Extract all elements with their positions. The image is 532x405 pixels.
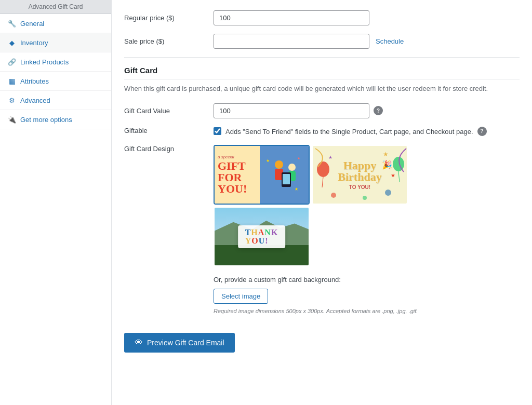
regular-price-label: Regular price ($)	[124, 14, 207, 22]
sidebar-item-inventory-label: Inventory	[20, 39, 48, 47]
svg-rect-5	[283, 174, 290, 184]
table-icon: ▦	[8, 77, 16, 85]
giftable-label: Giftable	[124, 127, 207, 134]
main-content: Regular price ($) Sale price ($) Schedul…	[112, 0, 532, 405]
link-icon: 🔗	[8, 58, 16, 66]
gift-card-value-input[interactable]	[214, 103, 369, 118]
sidebar-item-advanced-label: Advanced	[20, 97, 50, 104]
sidebar-item-get-more-options-label: Get more options	[20, 116, 72, 124]
giftable-row: Giftable Adds "Send To Friend" fields to…	[124, 127, 520, 137]
svg-point-16	[331, 193, 336, 198]
sale-price-row: Sale price ($) Schedule	[124, 34, 520, 49]
svg-point-0	[275, 160, 283, 169]
design-card-thank-you[interactable]: THANK YOU!	[214, 207, 310, 266]
gift-card-title: Gift Card	[124, 66, 520, 79]
gift-card-value-group: ?	[214, 103, 383, 118]
gift-card-value-row: Gift Card Value ?	[124, 103, 520, 118]
eye-icon: 👁	[135, 338, 143, 347]
giftable-help-icon[interactable]: ?	[477, 127, 487, 136]
select-image-button[interactable]: Select image	[214, 289, 268, 304]
svg-text:★: ★	[295, 187, 298, 192]
gift-card-design-row: Gift Card Design a special GIFTFORYOU!	[124, 145, 520, 314]
svg-point-2	[288, 164, 296, 171]
diamond-icon: ◆	[8, 38, 16, 47]
svg-text:★: ★	[383, 151, 389, 158]
design-grid: a special GIFTFORYOU!	[214, 145, 418, 266]
sale-price-input[interactable]	[214, 34, 369, 49]
preview-btn-label: Preview Gift Card Email	[147, 339, 224, 347]
sidebar-item-inventory[interactable]: ◆ Inventory	[0, 33, 111, 52]
sidebar-item-general-label: General	[20, 20, 44, 28]
sidebar-item-attributes[interactable]: ▦ Attributes	[0, 72, 111, 91]
gift-card-value-help-icon[interactable]: ?	[374, 106, 383, 115]
sidebar-item-general[interactable]: 🔧 General	[0, 14, 111, 33]
svg-line-12	[398, 171, 400, 182]
giftable-checkbox-group: Adds "Send To Friend" fields to the Sing…	[214, 127, 487, 137]
sidebar-item-get-more-options[interactable]: 🔌 Get more options	[0, 110, 111, 129]
regular-price-input[interactable]	[214, 10, 369, 25]
plugin-icon: 🔌	[8, 115, 16, 124]
design-card-gift-for-you[interactable]: a special GIFTFORYOU!	[214, 145, 310, 205]
gift-card-design-label: Gift Card Design	[124, 145, 207, 153]
sidebar-item-advanced[interactable]: ⚙ Advanced	[0, 91, 111, 110]
gift-card-section: Gift Card When this gift card is purchas…	[124, 66, 520, 353]
wrench-icon: 🔧	[8, 19, 16, 28]
custom-bg-label: Or, provide a custom gift card backgroun…	[214, 276, 418, 284]
sidebar-item-attributes-label: Attributes	[20, 77, 49, 85]
schedule-link[interactable]: Schedule	[376, 37, 404, 45]
giftable-checkbox-label: Adds "Send To Friend" fields to the Sing…	[225, 127, 473, 137]
regular-price-row: Regular price ($)	[124, 10, 520, 25]
gear-icon: ⚙	[8, 96, 16, 104]
giftable-checkbox[interactable]	[214, 127, 221, 135]
gift-card-value-label: Gift Card Value	[124, 107, 207, 115]
svg-text:★: ★	[266, 158, 270, 163]
svg-point-18	[363, 196, 367, 200]
sidebar-header: Advanced Gift Card	[0, 0, 111, 14]
svg-text:★: ★	[391, 172, 395, 178]
image-hint: Required image dimensions 500px x 300px.…	[214, 308, 418, 314]
svg-point-11	[393, 157, 404, 171]
sidebar: Advanced Gift Card 🔧 General ◆ Inventory…	[0, 0, 112, 405]
svg-point-17	[385, 190, 391, 196]
preview-gift-card-email-button[interactable]: 👁 Preview Gift Card Email	[124, 333, 235, 353]
sidebar-item-linked-products-label: Linked Products	[20, 58, 69, 66]
svg-text:★: ★	[297, 156, 300, 160]
svg-point-9	[317, 161, 329, 177]
gift-card-desc: When this gift card is purchased, a uniq…	[124, 84, 520, 94]
gift-card-design-grid-wrapper: a special GIFTFORYOU!	[214, 145, 418, 314]
svg-text:★: ★	[328, 155, 332, 160]
sidebar-item-linked-products[interactable]: 🔗 Linked Products	[0, 52, 111, 72]
design-card-happy-birthday[interactable]: ★ ★ ★	[312, 145, 408, 205]
svg-line-10	[322, 177, 323, 187]
sale-price-label: Sale price ($)	[124, 37, 207, 45]
